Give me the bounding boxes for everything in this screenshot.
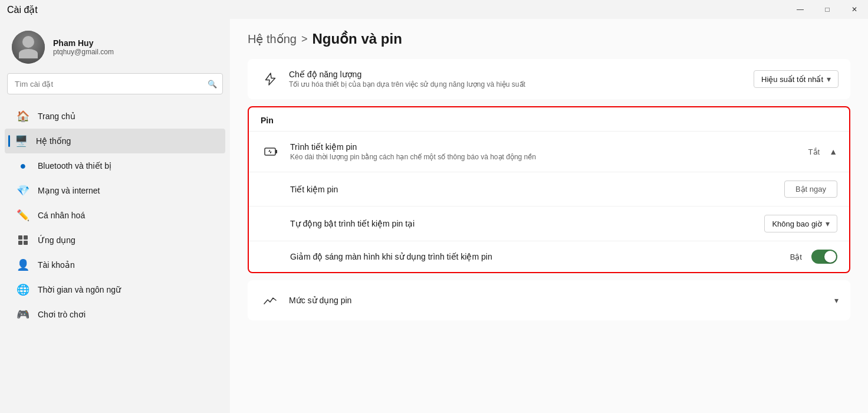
network-icon: 💎 <box>17 184 29 197</box>
user-profile[interactable]: Pham Huy ptqhuy@gmail.com <box>0 19 230 73</box>
main-content: Hệ thống > Nguồn và pin Chế độ năng lượn… <box>230 19 868 413</box>
avatar <box>12 31 45 64</box>
breadcrumb-current: Nguồn và pin <box>312 31 402 47</box>
personalize-icon: ✏️ <box>17 209 29 222</box>
svg-rect-0 <box>18 235 22 240</box>
sidebar-item-tai-khoan[interactable]: 👤 Tài khoản <box>5 253 225 277</box>
pin-header: Pin <box>249 107 849 132</box>
energy-mode-desc: Tối ưu hóa thiết bị của bạn dựa trên việ… <box>289 80 754 88</box>
user-name: Pham Huy <box>53 38 114 48</box>
energy-mode-text: Chế độ năng lượng Tối ưu hóa thiết bị củ… <box>289 70 754 88</box>
tiet-kiem-pin-label: Tiết kiệm pin <box>290 185 338 194</box>
breadcrumb-parent: Hệ thống <box>248 32 297 46</box>
tiet-kiem-pin-row: Tiết kiệm pin Bật ngay <box>249 172 849 206</box>
user-email: ptqhuy@gmail.com <box>53 48 114 56</box>
bat-ngay-button[interactable]: Bật ngay <box>784 181 837 198</box>
sidebar-item-label: Tài khoản <box>38 260 75 270</box>
svg-rect-3 <box>24 241 28 245</box>
trinh-tiet-kiem-text: Trình tiết kiệm pin Kéo dài thời lượng p… <box>290 142 808 161</box>
sidebar-item-thoi-gian[interactable]: 🌐 Thời gian và ngôn ngữ <box>5 277 225 302</box>
giam-do-sang-row: Giảm độ sáng màn hình khi sử dụng trình … <box>249 241 849 272</box>
search-input[interactable] <box>7 73 223 94</box>
search-box: 🔍 <box>7 73 223 94</box>
account-icon: 👤 <box>17 258 29 271</box>
gaming-icon: 🎮 <box>17 308 29 321</box>
title-bar: Cài đặt — □ ✕ <box>0 0 868 19</box>
breadcrumb: Hệ thống > Nguồn và pin <box>248 31 850 47</box>
title-bar-controls: — □ ✕ <box>787 0 868 19</box>
close-button[interactable]: ✕ <box>841 0 868 19</box>
pin-section: Pin Trình tiết kiệm pin Kéo dài thời lượ… <box>248 106 850 273</box>
breadcrumb-separator: > <box>301 33 308 45</box>
nav-items: 🏠 Trang chủ 🖥️ Hệ thống ● Bluetooth và t… <box>0 101 230 329</box>
energy-mode-title: Chế độ năng lượng <box>289 70 754 79</box>
usage-control: ▾ <box>834 296 839 305</box>
sidebar-item-bluetooth[interactable]: ● Bluetooth và thiết bị <box>5 153 225 178</box>
sidebar-item-label: Mạng và internet <box>38 186 100 195</box>
title-bar-title: Cài đặt <box>7 4 38 15</box>
tu-dong-bat-dropdown[interactable]: Không bao giờ ▾ <box>764 215 837 232</box>
home-icon: 🏠 <box>17 110 29 123</box>
sidebar-item-label: Trang chủ <box>38 112 75 121</box>
svg-rect-5 <box>275 150 277 153</box>
title-bar-left: Cài đặt <box>7 4 38 15</box>
sidebar-item-trang-chu[interactable]: 🏠 Trang chủ <box>5 104 225 129</box>
sidebar: Pham Huy ptqhuy@gmail.com 🔍 🏠 Trang chủ … <box>0 19 230 413</box>
sidebar-item-choi-tro[interactable]: 🎮 Chơi trò chơi <box>5 302 225 327</box>
chevron-down-icon: ▾ <box>826 219 830 228</box>
sidebar-item-label: Thời gian và ngôn ngữ <box>38 285 121 294</box>
trinh-tiet-kiem-status: Tắt <box>808 148 820 156</box>
sidebar-item-ung-dung[interactable]: Ứng dụng <box>5 228 225 253</box>
usage-section: Mức sử dụng pin ▾ <box>248 280 850 320</box>
giam-do-sang-toggle[interactable] <box>811 250 837 264</box>
svg-rect-4 <box>265 148 275 155</box>
sidebar-item-label: Ứng dụng <box>38 235 75 245</box>
usage-row[interactable]: Mức sử dụng pin ▾ <box>248 280 850 320</box>
tu-dong-bat-control: Không bao giờ ▾ <box>764 215 837 232</box>
giam-do-sang-label: Giảm độ sáng màn hình khi sử dụng trình … <box>290 252 492 261</box>
user-info: Pham Huy ptqhuy@gmail.com <box>53 38 114 56</box>
energy-icon <box>259 68 281 90</box>
system-icon: 🖥️ <box>15 135 28 148</box>
svg-rect-1 <box>24 235 28 240</box>
search-icon: 🔍 <box>208 80 217 88</box>
sidebar-item-label: Bluetooth và thiết bị <box>38 161 111 171</box>
battery-saver-icon <box>261 141 282 162</box>
trinh-tiet-kiem-control: Tắt ▲ <box>808 147 837 156</box>
usage-title: Mức sử dụng pin <box>289 296 834 305</box>
time-icon: 🌐 <box>17 283 29 296</box>
chevron-up-icon: ▲ <box>829 147 837 156</box>
energy-mode-control: Hiệu suất tốt nhất ▾ <box>754 70 839 88</box>
toggle-knob <box>824 251 836 263</box>
tu-dong-bat-row: Tự động bật trình tiết kiệm pin tại Khôn… <box>249 206 849 241</box>
tu-dong-bat-label: Tự động bật trình tiết kiệm pin tại <box>290 219 415 228</box>
trinh-tiet-kiem-title: Trình tiết kiệm pin <box>290 142 808 152</box>
maximize-button[interactable]: □ <box>814 0 841 19</box>
app-container: Pham Huy ptqhuy@gmail.com 🔍 🏠 Trang chủ … <box>0 19 868 413</box>
apps-icon <box>17 234 29 247</box>
energy-mode-row[interactable]: Chế độ năng lượng Tối ưu hóa thiết bị củ… <box>248 59 850 99</box>
sidebar-item-ca-nhan[interactable]: ✏️ Cá nhân hoá <box>5 203 225 228</box>
svg-rect-2 <box>18 241 22 245</box>
energy-mode-section: Chế độ năng lượng Tối ưu hóa thiết bị củ… <box>248 59 850 99</box>
trinh-tiet-kiem-row[interactable]: Trình tiết kiệm pin Kéo dài thời lượng p… <box>249 132 849 172</box>
chevron-down-icon: ▾ <box>834 296 839 305</box>
usage-icon <box>259 290 281 311</box>
sidebar-item-he-thong[interactable]: 🖥️ Hệ thống <box>5 129 225 153</box>
usage-text: Mức sử dụng pin <box>289 296 834 305</box>
minimize-button[interactable]: — <box>787 0 814 19</box>
tu-dong-bat-value: Không bao giờ <box>772 219 822 228</box>
giam-do-sang-control: Bật <box>790 250 837 264</box>
trinh-tiet-kiem-desc: Kéo dài thời lượng pin bằng cách hạn chế… <box>290 153 808 161</box>
sidebar-item-mang[interactable]: 💎 Mạng và internet <box>5 178 225 203</box>
sidebar-item-label: Chơi trò chơi <box>38 310 86 319</box>
sidebar-item-label: Cá nhân hoá <box>38 211 85 220</box>
chevron-down-icon: ▾ <box>827 74 831 84</box>
energy-mode-value: Hiệu suất tốt nhất <box>761 75 823 84</box>
tiet-kiem-pin-control: Bật ngay <box>784 181 837 198</box>
bluetooth-icon: ● <box>17 159 29 172</box>
active-indicator <box>8 135 10 147</box>
giam-do-sang-status-label: Bật <box>790 253 802 261</box>
sidebar-item-label: Hệ thống <box>36 136 71 146</box>
energy-mode-dropdown[interactable]: Hiệu suất tốt nhất ▾ <box>754 70 839 88</box>
